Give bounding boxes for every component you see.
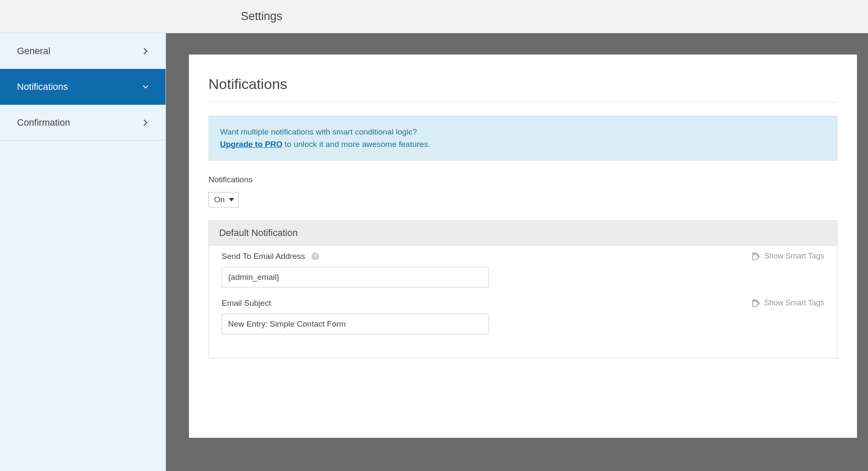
panel-title: Notifications <box>208 76 837 102</box>
upsell-notice: Want multiple notifications with smart c… <box>208 116 837 161</box>
select-value: On <box>214 195 225 204</box>
help-icon[interactable]: ? <box>311 252 320 261</box>
chevron-right-icon <box>143 120 148 126</box>
caret-down-icon <box>229 198 234 201</box>
svg-point-3 <box>754 301 755 302</box>
tags-icon <box>752 299 761 307</box>
smart-tags-label: Show Smart Tags <box>764 252 824 261</box>
notifications-toggle-select[interactable]: On <box>208 192 239 207</box>
field-label: Notifications <box>208 175 837 184</box>
chevron-down-icon <box>143 84 148 90</box>
send-to-email-input[interactable] <box>222 267 489 287</box>
svg-point-2 <box>754 254 755 256</box>
sidebar-item-label: General <box>17 46 50 57</box>
sidebar-item-label: Notifications <box>17 81 68 92</box>
sidebar-item-confirmation[interactable]: Confirmation <box>0 105 166 141</box>
upgrade-pro-link[interactable]: Upgrade to PRO <box>220 140 283 149</box>
send-to-email-row: Send To Email Address ? Show Sm <box>222 252 824 287</box>
sidebar-item-label: Confirmation <box>17 117 70 128</box>
main-scroll-area[interactable]: Notifications Want multiple notification… <box>166 33 868 471</box>
default-notification-box: Default Notification Send To Email Addre… <box>208 220 837 359</box>
smart-tags-label: Show Smart Tags <box>764 299 824 307</box>
upsell-rest: to unlock it and more awesome features. <box>283 140 430 149</box>
notification-box-header: Default Notification <box>209 221 837 246</box>
email-subject-row: Email Subject Show Smart Tags <box>222 299 824 334</box>
svg-text:?: ? <box>314 253 317 260</box>
notifications-panel: Notifications Want multiple notification… <box>189 55 857 438</box>
sidebar-item-general[interactable]: General <box>0 33 166 69</box>
tags-icon <box>752 253 761 260</box>
email-subject-input[interactable] <box>222 314 489 334</box>
field-label: Email Subject <box>222 299 271 308</box>
field-label: Send To Email Address <box>222 252 305 261</box>
show-smart-tags-link[interactable]: Show Smart Tags <box>752 299 824 307</box>
header: Settings <box>0 0 868 33</box>
chevron-right-icon <box>143 48 148 54</box>
settings-sidebar: General Notifications Confirmation <box>0 33 166 471</box>
show-smart-tags-link[interactable]: Show Smart Tags <box>752 252 824 261</box>
page-title: Settings <box>0 10 283 23</box>
upsell-lead: Want multiple notifications with smart c… <box>220 126 826 138</box>
sidebar-item-notifications[interactable]: Notifications <box>0 69 166 105</box>
notifications-toggle-field: Notifications On <box>208 175 837 207</box>
